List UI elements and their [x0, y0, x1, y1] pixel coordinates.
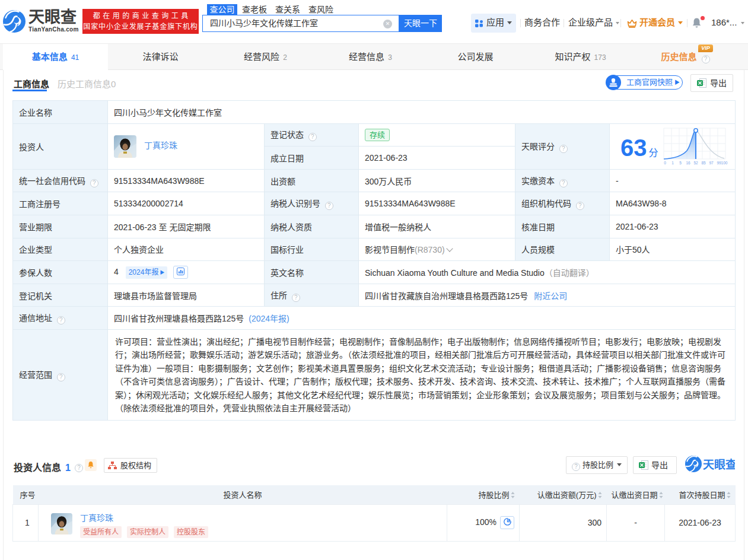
svg-text:5: 5 [680, 161, 682, 165]
svg-text:1: 1 [672, 161, 674, 165]
svg-text:52: 52 [694, 161, 699, 165]
svg-text:0: 0 [664, 161, 667, 165]
svg-text:100: 100 [721, 161, 728, 165]
svg-text:16: 16 [686, 161, 691, 165]
svg-text:85: 85 [702, 161, 706, 165]
svg-text:97: 97 [709, 161, 714, 165]
svg-text:天眼查: 天眼查 [703, 458, 735, 471]
